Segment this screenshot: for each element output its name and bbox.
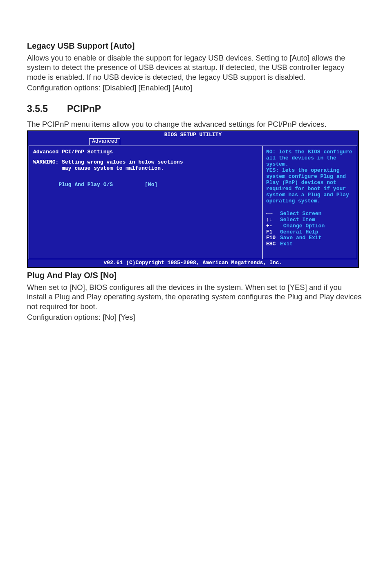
key-esc: ESC [266,241,280,247]
key-change-option: Change Option [280,223,325,229]
legacy-usb-desc: Allows you to enable or disable the supp… [27,53,363,82]
bios-footer: v02.61 (C)Copyright 1985-2008, American … [27,259,359,268]
bios-setting-row[interactable]: Plug And Play O/S[No] [33,176,258,194]
section-heading: 3.5.5PCIPnP [27,103,363,115]
key-save-exit: Save and Exit [280,235,321,241]
bios-title: BIOS SETUP UTILITY [28,132,358,138]
bios-tab-row: Advanced [28,138,358,146]
key-exit: Exit [280,241,293,247]
section-number: 3.5.5 [27,103,67,115]
key-f1: F1 [266,229,280,236]
bios-warning-line2: may cause system to malfunction. [33,166,258,172]
plug-and-play-heading: Plug And Play O/S [No] [27,270,363,281]
arrow-up-down-icon: ↑↓ [266,217,280,223]
bios-right-pane: NO: lets the BIOS configure all the devi… [262,146,357,259]
bios-header: BIOS SETUP UTILITY Advanced [27,130,359,146]
bios-setting-label: Plug And Play O/S [58,182,113,188]
legacy-usb-config: Configuration options: [Disabled] [Enabl… [27,83,363,93]
legacy-usb-heading: Legacy USB Support [Auto] [27,41,363,52]
bios-keys: ←→Select Screen ↑↓Select Item +- Change … [266,211,354,248]
section-title: PCIPnP [67,103,101,114]
key-plus-minus: +- [266,223,280,229]
key-general-help: General Help [280,229,318,235]
plug-and-play-config: Configuration options: [No] [Yes] [27,312,363,322]
bios-setting-value[interactable]: [No] [145,182,157,188]
bios-help-text: NO: lets the BIOS configure all the devi… [266,149,354,204]
bios-screenshot: BIOS SETUP UTILITY Advanced Advanced PCI… [27,130,359,268]
bios-panel-title: Advanced PCI/PnP Settings [33,149,258,155]
bios-warning-line1: WARNING: Setting wrong values in below s… [33,159,258,166]
key-select-item: Select Item [280,217,315,223]
bios-body: Advanced PCI/PnP Settings WARNING: Setti… [27,146,359,259]
plug-and-play-desc: When set to [NO], BIOS configures all th… [27,283,363,312]
bios-left-pane: Advanced PCI/PnP Settings WARNING: Setti… [29,146,262,259]
pcipnp-desc: The PCIPnP menu items allow you to chang… [27,119,363,129]
key-select-screen: Select Screen [280,211,321,217]
arrow-left-right-icon: ←→ [266,211,280,217]
key-f10: F10 [266,235,280,241]
bios-tab-advanced[interactable]: Advanced [89,138,120,145]
